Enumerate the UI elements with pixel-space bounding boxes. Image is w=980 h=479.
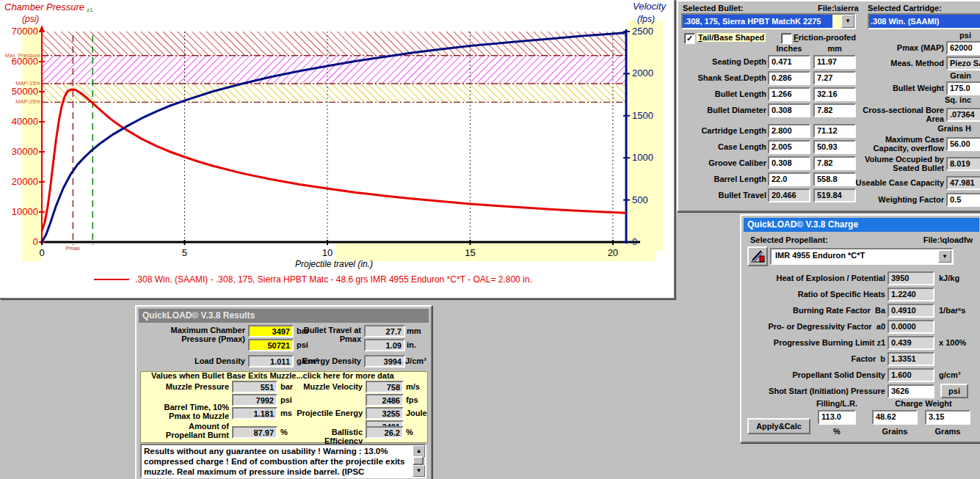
energy-joule-value: 3255 bbox=[366, 407, 404, 420]
ballistic-efficiency-value: 26.2 bbox=[366, 426, 404, 439]
results-scrollbar[interactable]: ▲ ▼ bbox=[413, 445, 425, 477]
field-label: Shank Seat.Depth bbox=[678, 73, 766, 82]
cartridge-field-input[interactable]: 175.0 bbox=[946, 81, 980, 95]
muzzle-fps-value: 2486 bbox=[366, 394, 404, 406]
unit-label: g/cm³ bbox=[939, 370, 960, 379]
inches-input[interactable]: 2.005 bbox=[768, 140, 810, 154]
tail-base-checkbox[interactable]: ✓ bbox=[684, 33, 695, 44]
charge-weight-header: Charge Weight bbox=[872, 399, 975, 408]
charge-window-titlebar[interactable]: QuickLOAD© V.3.8 Charge bbox=[744, 218, 979, 232]
selected-bullet-label: Selected Bullet: bbox=[683, 4, 744, 12]
bullet-cartridge-panel: Selected Bullet: File:\sierra .308, 175,… bbox=[677, 0, 980, 212]
cartridge-field-row: Weighting Factor0.5 bbox=[849, 192, 980, 207]
field-label: Pro- or Degressivity Factor a0 bbox=[741, 322, 885, 331]
svg-text:0: 0 bbox=[39, 247, 44, 258]
projectile-energy-label: Projectile Energy bbox=[295, 409, 363, 417]
cartridge-field-row: Bullet Weight175.0 bbox=[849, 81, 980, 95]
charge-field-input: 0.0000 bbox=[888, 320, 934, 334]
field-label: Maximum Case Capacity, overflow bbox=[849, 135, 944, 153]
field-label: Useable Case Capacity bbox=[849, 178, 944, 187]
measurement-row: Bullet Diameter0.3087.82 bbox=[678, 102, 859, 118]
field-label: Burning Rate Factor Ba bbox=[741, 306, 885, 315]
cartridge-combobox[interactable]: .308 Win. (SAAMI) bbox=[868, 13, 980, 29]
measurement-row: Bullet Length1.26632.16 bbox=[678, 86, 859, 102]
filling-lr-header: Filling/L.R. bbox=[807, 399, 866, 408]
inches-input[interactable]: 1.266 bbox=[768, 87, 810, 101]
tail-base-checkbox-label[interactable]: Tail/Base Shaped bbox=[697, 33, 766, 42]
selected-cartridge-label: Selected Cartridge: bbox=[868, 4, 942, 12]
cartridge-combobox-value[interactable]: .308 Win. (SAAMI) bbox=[869, 15, 980, 28]
inches-input[interactable]: 0.286 bbox=[768, 71, 810, 85]
friction-proofed-checkbox[interactable] bbox=[781, 33, 792, 44]
svg-text:70000: 70000 bbox=[12, 26, 38, 37]
field-label: Groove Caliber bbox=[678, 158, 766, 167]
measurement-row: Bullet Travel20.466519.84 bbox=[678, 187, 859, 203]
inches-input[interactable]: 0.308 bbox=[768, 156, 810, 170]
scroll-up-icon[interactable]: ▲ bbox=[413, 445, 425, 457]
muzzle-ms-value: 758 bbox=[366, 381, 404, 393]
propellant-burnt-label: Amount ofPropellant Burnt bbox=[147, 422, 229, 439]
svg-text:15: 15 bbox=[465, 247, 475, 258]
bullet-combobox-value[interactable]: .308, 175, Sierra HPBT MatchK 2275 bbox=[683, 15, 832, 28]
charge-field-row: Burning Rate Factor Ba0.49101/barˣs bbox=[741, 302, 980, 318]
friction-proofed-checkbox-label[interactable]: Friction-proofed bbox=[794, 33, 856, 42]
apply-calc-button[interactable]: Apply&Calc bbox=[747, 418, 810, 434]
measurement-row: Case Length2.00550.93 bbox=[678, 139, 859, 155]
cartridge-field-input[interactable]: 62000 bbox=[946, 41, 980, 55]
pressure-velocity-chart-window: Max. PressureMAP-15%MAP-25%Pmaxz10100002… bbox=[0, 0, 675, 299]
propellant-file-label: File:\qloadfw bbox=[923, 235, 973, 244]
field-label: Volume Occupied by Seated Bullet bbox=[849, 155, 944, 172]
cartridge-field-input[interactable]: 56.00 bbox=[946, 137, 980, 151]
travel-in-value: 1.09 bbox=[364, 339, 405, 351]
charge-weight-grains-input[interactable]: 48.62 bbox=[872, 410, 918, 425]
bullet-travel-at-pmax-label: Bullet Travel atPmax bbox=[291, 326, 361, 343]
cartridge-field-row: Volume Occupied by Seated Bullet8.019 bbox=[849, 154, 980, 173]
muzzle-bar-unit: bar bbox=[280, 382, 293, 391]
charge-field-row: Pro- or Degressivity Factor a00.0000 bbox=[741, 318, 980, 334]
psi-unit-button[interactable]: psi bbox=[940, 384, 968, 398]
unit-header: Grain bbox=[849, 71, 980, 81]
muzzle-bar-value: 551 bbox=[232, 381, 277, 393]
unit-label: 1/barˣs bbox=[939, 306, 965, 315]
muzzle-psi-unit: psi bbox=[280, 395, 292, 404]
scroll-down-icon[interactable]: ▼ bbox=[413, 465, 425, 477]
charge-field-input: 1.3351 bbox=[888, 352, 934, 366]
propellant-combobox-value[interactable]: IMR 4955 Enduron *C*T bbox=[773, 250, 867, 260]
mm-unit: mm bbox=[407, 326, 421, 335]
charge-weight-grams-input[interactable]: 3.15 bbox=[925, 410, 970, 425]
unit-header: psi bbox=[849, 31, 980, 40]
barrel-time-value: 1.181 bbox=[232, 407, 277, 420]
results-window-titlebar[interactable]: QuickLOAD© V.3.8 Results bbox=[139, 309, 429, 323]
inches-input[interactable]: 2.800 bbox=[768, 124, 810, 138]
measurement-row: Groove Caliber0.3087.82 bbox=[678, 155, 859, 171]
field-label: Cross-sectional Bore Area bbox=[849, 106, 944, 123]
meas-method-dropdown[interactable]: Piezo SA bbox=[946, 56, 980, 70]
field-label: Propellant Solid Density bbox=[741, 370, 885, 379]
bullet-combobox-arrow-icon[interactable]: ▼ bbox=[841, 15, 854, 28]
max-chamber-pressure-label: Maximum ChamberPressure (Pmax) bbox=[142, 326, 245, 343]
cartridge-field-row: Meas. MethodPiezo SA bbox=[849, 55, 980, 71]
propellant-combobox-arrow-icon[interactable]: ▼ bbox=[938, 250, 951, 263]
inches-input[interactable]: 0.308 bbox=[768, 103, 810, 117]
propellant-combobox[interactable]: IMR 4955 Enduron *C*T ▼ bbox=[770, 248, 954, 265]
svg-text:Chamber Pressure: Chamber Pressure bbox=[4, 1, 84, 12]
bullet-combobox[interactable]: .308, 175, Sierra HPBT MatchK 2275 ▼ bbox=[681, 13, 856, 29]
pen-ink-icon bbox=[750, 249, 765, 263]
muzzle-values-title[interactable]: Values when Bullet Base Exits Muzzle...c… bbox=[151, 371, 394, 380]
field-label: Meas. Method bbox=[849, 59, 944, 67]
scrollbar-thumb[interactable] bbox=[413, 456, 424, 465]
cartridge-field-input: 47.981 bbox=[946, 176, 980, 190]
ballistic-efficiency-label: Ballistic Efficiency bbox=[295, 428, 363, 445]
cartridge-field-input[interactable]: 0.5 bbox=[946, 193, 980, 207]
quickload-app: { "colors":{"desktop":"#bfbfbf","charge_… bbox=[0, 0, 980, 479]
inches-input[interactable]: 0.471 bbox=[768, 55, 810, 69]
propellant-table-button[interactable] bbox=[747, 246, 768, 266]
pressure-velocity-chart: Max. PressureMAP-15%MAP-25%Pmaxz10100002… bbox=[0, 0, 674, 299]
inches-input[interactable]: 22.0 bbox=[768, 172, 810, 186]
svg-text:.308 Win. (SAAMI) - .308, 175,: .308 Win. (SAAMI) - .308, 175, Sierra HP… bbox=[135, 274, 532, 285]
in-unit: in. bbox=[407, 340, 416, 349]
results-warning-box: Results without any guarantee on usabili… bbox=[140, 444, 427, 478]
field-label: Heat of Explosion / Potential bbox=[741, 274, 885, 282]
charge-field-input[interactable]: 3626 bbox=[888, 384, 934, 398]
filling-lr-input[interactable]: 113.0 bbox=[818, 410, 856, 425]
